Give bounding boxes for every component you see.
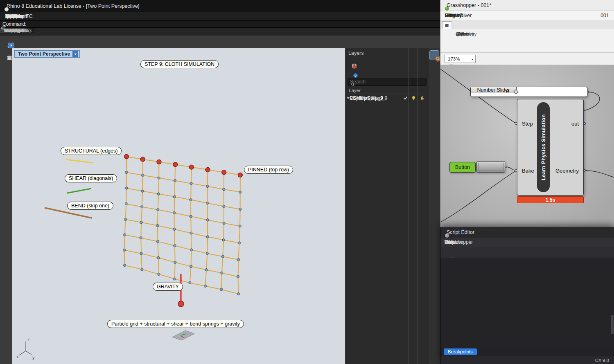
script-editor-titlebar: Script Editor [440,227,614,238]
cloth-simulation-svg: zxy [12,48,345,364]
language-version-label: C# 9.0 [595,358,611,363]
layers-toolbar [345,58,429,68]
panel-snapshot-button[interactable] [430,51,439,60]
se-tab-breakpoints[interactable]: Breakpoints [444,348,477,355]
grasshopper-titlebar: Grasshopper - 001* [440,0,614,11]
layer-name: 5 [359,95,361,101]
annotation-step-title: STEP 9: CLOTH SIMULATION [140,60,219,68]
svg-text:z: z [27,337,30,342]
annotation-gravity: GRAVITY [153,283,183,291]
layers-search-box[interactable] [348,78,427,86]
output-param-out[interactable]: out [571,121,579,127]
annotation-pinned: PINNED (top row) [244,166,293,174]
viewport-dropdown-icon[interactable]: ▾ [72,51,78,57]
screen: Rhino 8 Educational Lab License - [Two P… [0,0,614,364]
learn-physics-simulation-component[interactable]: Step Bake Learn Physics Simulation out G… [517,99,584,195]
layers-help-button[interactable]: ? [348,68,357,76]
rhino-window: Rhino 8 Educational Lab License - [Two P… [0,0,440,364]
button-widget[interactable] [476,161,505,173]
profiler-timer-badge: 1.5s [517,196,584,203]
svg-text:?: ? [9,43,12,48]
grasshopper-window-title: Grasshopper - 001* [447,2,491,8]
number-slider-component[interactable]: Number Slider 9 [470,87,587,97]
svg-text:?: ? [354,74,357,78]
rhino-menubar: FileEditViewCurveSurfaceSubDSolidMeshDra… [0,12,440,20]
grasshopper-canvas[interactable]: Number Slider 9 Step Bake Learn Physics … [440,65,614,227]
command-line[interactable]: Command: [0,20,440,28]
grasshopper-category-tabs: PMSVCSMXTDRKIPST [440,20,614,29]
layers-panel: Layers ? Layer CSharpStep_9PhysSim_Step_… [345,48,429,364]
toolbar-tab-strip: StandardCPlanesSet ViewDisplaySelectView… [0,28,440,36]
gh-group-util: Util▾ [440,29,475,31]
se-help-button[interactable]: ? [444,360,451,364]
script-editor-statusbar: C# 9.0 ? [440,356,614,364]
input-param-step[interactable]: Step [522,121,533,127]
button-component[interactable]: Button [449,162,476,173]
layer-droplet-button[interactable] [347,59,355,67]
number-slider-label: Number Slider [471,87,517,93]
scrollbar-thumb[interactable] [611,315,614,334]
svg-text:x: x [16,354,19,359]
viewport-two-point-perspective[interactable]: zxy Two Point Perspective ▾ STEP 9: CLOT… [12,48,345,364]
grasshopper-ribbon: Geometry▾Primitive▾Input▾Rhino▾Util▾ [440,29,614,53]
script-editor-menubar: GrasshopperFileEditRunToolsWindowHelp [440,238,614,247]
viewport-title-label: Two Point Perspective [18,51,70,57]
grasshopper-window: Grasshopper - 001* FileEditViewDisplaySo… [440,0,614,227]
zoom-caret-icon: ▾ [472,58,473,61]
grasshopper-menubar: FileEditViewDisplaySolutionHelpShapeDive… [440,11,614,20]
menu-help[interactable]: Help [2,13,20,19]
script-editor-bottom-tabs: TerminalProblemsBreakpoints [440,348,614,356]
panel-tab-strip: ? [429,48,440,364]
annotation-bend: BEND (skip one) [67,202,113,210]
script-editor-window: Script Editor GrasshopperFileEditRunTool… [440,227,614,364]
gh-category-tab-15[interactable]: T [442,21,452,29]
rhino-main-toolbar: ? [0,36,440,48]
layers-search-input[interactable] [350,79,411,85]
menu-shapediver[interactable]: ShapeDiver [441,13,475,18]
annotation-shear: SHEAR (diagonals) [65,174,117,182]
rhino-side-toolbar: T» [0,48,12,364]
component-title-capsule[interactable]: Learn Physics Simulation [537,102,550,192]
script-editor-window-title: Script Editor [447,229,474,235]
button-widget-face[interactable] [478,163,503,171]
viewport-page-button[interactable] [1,50,11,59]
viewport-title-menu[interactable]: Two Point Perspective ▾ [14,50,80,58]
layers-panel-header: Layers [345,48,429,58]
annotation-caption: Particle grid + structural + shear + ben… [107,320,244,328]
output-param-geometry[interactable]: Geometry [555,168,579,174]
layers-menu-row: ? [345,68,429,77]
rhino-titlebar: Rhino 8 Educational Lab License - [Two P… [0,0,440,12]
layer-row-5[interactable]: 5 [345,94,359,102]
menu-help[interactable]: Help [441,239,458,245]
annotation-structural: STRUCTURAL (edges) [61,147,122,155]
layer-column-label: Layer [349,88,361,93]
help-button[interactable]: ? [2,36,12,47]
layers-panel-title: Layers [348,50,364,56]
document-badge: 001 [600,13,614,18]
rhino-window-title: Rhino 8 Educational Lab License - [Two P… [7,3,140,9]
layers-column-header: Layer [345,87,429,94]
script-editor-toolbar [440,247,614,258]
number-slider-value: 9 [506,89,509,94]
code-scrollbar[interactable] [440,258,614,348]
grasshopper-canvas-toolbar: 173% ▾ [440,53,614,65]
input-param-bake[interactable]: Bake [522,168,534,174]
svg-text:y: y [32,355,35,360]
